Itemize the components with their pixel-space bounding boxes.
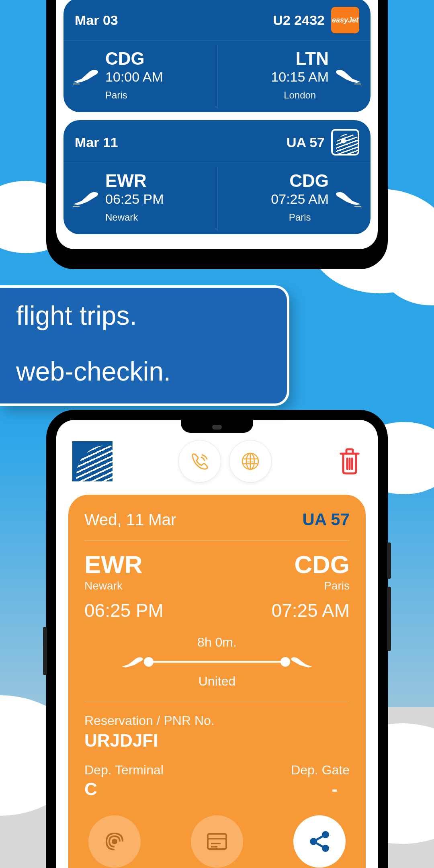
- arrival-city: Paris: [271, 212, 329, 223]
- share-icon: [306, 828, 333, 855]
- detail-arrival-code: CDG: [272, 552, 350, 577]
- flight-date: Mar 03: [75, 12, 118, 28]
- flight-duration: 8h 0m.: [84, 635, 350, 650]
- divider: [84, 701, 350, 701]
- easyjet-logo-icon: easyJet: [331, 7, 359, 33]
- departure-time: 06:25 PM: [105, 191, 164, 207]
- flight-date: Mar 11: [75, 135, 118, 150]
- radar-icon: [100, 827, 129, 856]
- detail-departure-time: 06:25 PM: [84, 600, 164, 621]
- plane-takeoff-icon: [72, 67, 100, 84]
- airline-name: United: [84, 674, 350, 689]
- promo-line-1: flight trips.: [16, 300, 271, 332]
- globe-icon: www: [239, 450, 262, 473]
- promo-line-2: web-checkin.: [16, 356, 271, 387]
- pnr-value: URJDJFI: [84, 731, 350, 751]
- action-button-boarding-pass[interactable]: [191, 815, 243, 868]
- svg-point-9: [113, 839, 117, 843]
- svg-line-18: [316, 843, 323, 847]
- plane-landing-icon: [289, 655, 313, 669]
- plane-landing-icon: [334, 67, 362, 84]
- dep-gate-label: Dep. Gate: [291, 763, 350, 778]
- phone-mockup-trips: Mar 03 U2 2432 easyJet: [46, 0, 388, 269]
- call-button[interactable]: [178, 440, 221, 483]
- dep-gate-value: -: [291, 779, 350, 799]
- arrival-code: CDG: [271, 172, 329, 190]
- promo-banner: flight trips. web-checkin.: [0, 285, 289, 406]
- arrival-city: London: [271, 90, 329, 101]
- phone-side-button: [43, 627, 47, 675]
- detail-date: Wed, 11 Mar: [84, 511, 176, 529]
- plane-landing-icon: [334, 189, 362, 207]
- phone-notch: [181, 420, 253, 433]
- card-icon: [203, 827, 231, 856]
- phone-mockup-detail: www Wed, 11 Mar UA 57 EWR Newar: [46, 410, 388, 868]
- arrival-time: 10:15 AM: [271, 69, 329, 85]
- plane-takeoff-icon: [72, 189, 100, 207]
- flight-card[interactable]: Mar 03 U2 2432 easyJet: [63, 0, 371, 112]
- phone-icon: [188, 450, 211, 473]
- flight-card[interactable]: Mar 11 UA 57 EWR: [63, 120, 371, 234]
- departure-city: Paris: [105, 90, 163, 101]
- arrival-time: 07:25 AM: [271, 191, 329, 207]
- action-button-radar[interactable]: [88, 815, 141, 868]
- plane-takeoff-icon: [121, 655, 145, 669]
- departure-city: Newark: [105, 212, 164, 223]
- united-logo-icon: [72, 441, 113, 481]
- svg-line-17: [316, 836, 323, 840]
- divider: [217, 167, 217, 230]
- departure-time: 10:00 AM: [105, 69, 163, 85]
- share-button[interactable]: [293, 815, 346, 868]
- svg-text:www: www: [247, 460, 254, 463]
- flight-progress: [84, 655, 350, 669]
- detail-arrival-time: 07:25 AM: [272, 600, 350, 621]
- detail-flight-number: UA 57: [303, 510, 350, 529]
- united-logo-icon: [331, 129, 359, 156]
- departure-code: CDG: [105, 50, 163, 68]
- arrival-code: LTN: [271, 50, 329, 68]
- delete-button[interactable]: [338, 447, 362, 475]
- phone-side-button: [387, 587, 391, 651]
- dep-terminal-label: Dep. Terminal: [84, 763, 164, 778]
- pnr-label: Reservation / PNR No.: [84, 713, 350, 728]
- divider: [217, 45, 217, 108]
- dep-terminal-value: C: [84, 779, 164, 799]
- flight-detail-card: Wed, 11 Mar UA 57 EWR Newark 06:25 PM CD…: [68, 495, 366, 868]
- departure-code: EWR: [105, 172, 164, 190]
- detail-arrival-city: Paris: [272, 579, 350, 592]
- flight-number: UA 57: [287, 135, 325, 150]
- flight-number: U2 2432: [273, 12, 325, 28]
- phone-side-button: [387, 542, 391, 579]
- detail-departure-code: EWR: [84, 552, 164, 577]
- detail-departure-city: Newark: [84, 579, 164, 592]
- web-button[interactable]: www: [229, 440, 272, 483]
